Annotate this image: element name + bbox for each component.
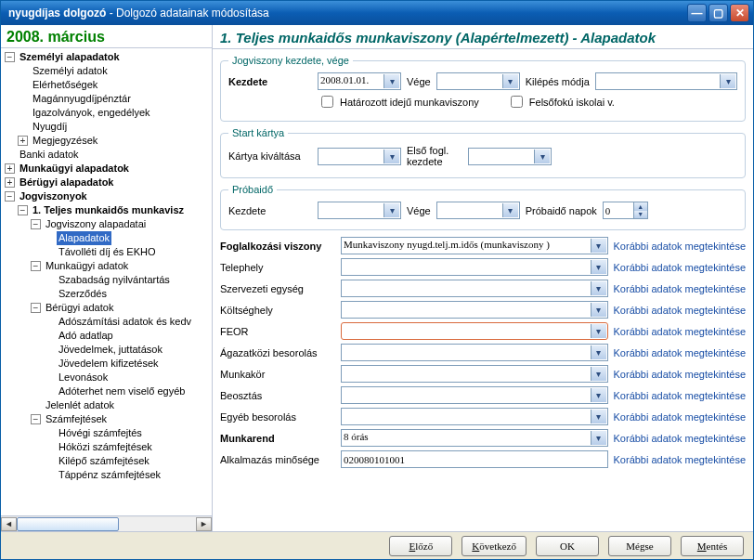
kezdete-combo[interactable]: 2008.01.01. [318,72,401,90]
prev-data-link[interactable]: Korábbi adatok megtekintése [614,262,746,273]
prev-data-link[interactable]: Korábbi adatok megtekintése [614,347,746,358]
prev-data-link[interactable]: Korábbi adatok megtekintése [614,241,746,252]
tree-item[interactable]: Levonások [57,371,110,384]
tree-item[interactable]: Szerződés [57,287,109,301]
tree-item[interactable]: Banki adatok [18,148,81,162]
tree-item[interactable]: Adószámítási adatok és kedv [57,315,193,329]
tree-item[interactable]: Adóterhet nem viselő egyéb [57,384,187,398]
ok-button[interactable]: OK [536,536,599,556]
expand-icon[interactable]: − [31,219,41,229]
prev-data-link[interactable]: Korábbi adatok megtekintése [614,454,746,465]
tree-item[interactable]: Bérügyi alapadatok [18,176,115,189]
prev-data-link[interactable]: Korábbi adatok megtekintése [614,305,746,316]
scroll-thumb[interactable] [17,517,119,531]
probanapok-spinner[interactable]: ▲▼ [603,202,648,219]
tree-item[interactable]: Távolléti díj és EKHO [57,245,158,259]
tree-item[interactable]: Munkaügyi alapadatok [18,162,131,176]
feor-combo[interactable] [341,322,608,340]
tree-item[interactable]: Jövedelem kifizetések [57,357,161,371]
tree-item[interactable]: Jogviszonyok [18,189,89,203]
expand-icon[interactable]: + [5,177,15,188]
tree-item[interactable]: Szabadság nyilvántartás [57,273,172,287]
label-vege: Vége [407,76,431,87]
label-beosztas: Beosztás [220,390,335,401]
horizontal-scrollbar[interactable]: ◄ ► [1,515,212,531]
telephely-combo[interactable] [341,258,608,276]
label-kilepes: Kilépés módja [526,76,590,87]
label-munkakor: Munkakör [220,369,335,380]
mentes-button[interactable]: Mentés [681,536,744,556]
tree-item[interactable]: Táppénz számfejtések [57,468,162,482]
close-button[interactable]: ✕ [730,4,749,22]
szervezeti-combo[interactable] [341,280,608,297]
kilepes-combo[interactable] [595,72,737,90]
tree-item[interactable]: Bérügyi adatok [44,301,115,315]
egyeb-combo[interactable] [341,408,608,425]
proba-kezdete-combo[interactable] [318,202,401,219]
koltseghely-combo[interactable] [341,301,608,319]
tree-item[interactable]: 1. Teljes munkaidős munkavisz [31,203,186,217]
expand-icon[interactable]: − [31,303,41,313]
label-alkalmazas: Alkalmazás minősége [220,454,335,465]
tree-item[interactable]: Jogviszony alapadatai [44,217,148,231]
nav-tree[interactable]: −Személyi alapadatok Személyi adatok Elé… [1,48,212,515]
prev-data-link[interactable]: Korábbi adatok megtekintése [614,390,746,401]
expand-icon[interactable]: − [31,261,41,271]
felsofoku-checkbox[interactable]: Felsőfokú iskolai v. [507,93,615,111]
label-koltseghely: Költséghely [220,305,335,316]
kovetkezo-button[interactable]: Következő [462,536,526,556]
label-szervezeti: Szervezeti egység [220,283,335,294]
agazatkozi-combo[interactable] [341,344,608,361]
expand-icon[interactable]: − [5,52,15,62]
left-panel: 2008. március −Személyi alapadatok Szemé… [1,25,213,531]
tree-item[interactable]: Kilépő számfejtések [57,454,151,468]
munkarend-combo[interactable]: 8 órás [341,429,608,447]
hatarozott-checkbox[interactable]: Határozott idejű munkaviszony [318,93,479,111]
tree-item[interactable]: Munkaügyi adatok [44,259,130,273]
expand-icon[interactable]: + [5,163,15,174]
tree-item[interactable]: Személyi adatok [31,64,110,78]
megse-button[interactable]: Mégse [608,536,671,556]
scroll-right-icon[interactable]: ► [196,517,212,531]
label-munkarend: Munkarend [220,433,335,444]
vege-combo[interactable] [436,72,520,90]
tree-item[interactable]: Személyi alapadatok [18,50,122,64]
spin-up-icon[interactable]: ▲ [634,202,647,211]
prev-data-link[interactable]: Korábbi adatok megtekintése [614,433,746,444]
tree-item[interactable]: Hóvégi számfejtés [57,426,144,440]
prev-data-link[interactable]: Korábbi adatok megtekintése [614,326,746,337]
expand-icon[interactable]: − [18,205,28,215]
expand-icon[interactable]: − [31,414,41,424]
prev-data-link[interactable]: Korábbi adatok megtekintése [614,369,746,380]
group-probaido: Próbaidő Kezdete Vége Próbaidő napok ▲▼ [220,184,746,230]
proba-vege-combo[interactable] [436,202,520,219]
prev-data-link[interactable]: Korábbi adatok megtekintése [614,411,746,423]
expand-icon[interactable]: − [5,191,15,202]
minimize-button[interactable]: — [687,4,707,22]
tree-item[interactable]: Számfejtések [44,412,109,426]
maximize-button[interactable]: ▢ [708,4,728,22]
tree-item[interactable]: Magánnyugdíjpénztár [31,92,133,106]
tree-item-selected[interactable]: Alapadatok [57,231,111,245]
tree-item[interactable]: Hóközi számfejtések [57,440,154,454]
tree-item[interactable]: Nyugdíj [31,120,69,134]
tree-item[interactable]: Adó adatlap [57,329,115,343]
elsofogl-combo[interactable] [468,148,552,165]
foglviszony-combo[interactable]: Munkaviszony nyugd.telj.m.idős (munkavis… [341,237,608,254]
munkakor-combo[interactable] [341,365,608,383]
tree-item[interactable]: Elérhetőségek [31,78,99,92]
beosztas-combo[interactable] [341,386,608,404]
tree-item[interactable]: Megjegyzések [31,134,99,148]
tree-item[interactable]: Jelenlét adatok [44,398,116,412]
elozo-button[interactable]: Előző [389,536,452,556]
expand-icon[interactable]: + [18,136,28,146]
scroll-left-icon[interactable]: ◄ [1,517,17,531]
prev-data-link[interactable]: Korábbi adatok megtekintése [614,283,746,294]
label-foglviszony: Foglalkozási viszony [220,241,335,252]
spin-down-icon[interactable]: ▼ [634,211,647,219]
tree-item[interactable]: Jövedelmek, juttatások [57,343,164,357]
kartya-combo[interactable] [318,148,401,165]
label-proba-vege: Vége [407,205,431,216]
alkalmazas-input[interactable] [341,450,608,468]
tree-item[interactable]: Igazolványok, engedélyek [31,106,152,120]
